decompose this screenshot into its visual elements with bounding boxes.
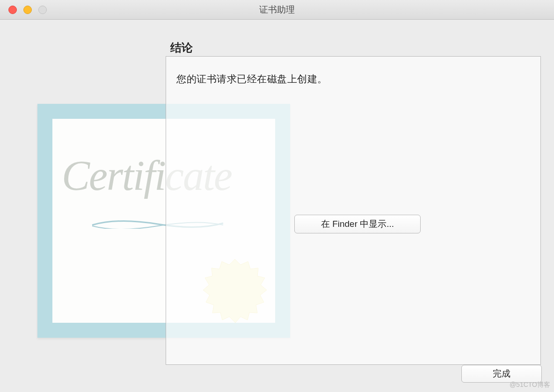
zoom-window-button-disabled — [38, 6, 47, 14]
window-title: 证书助理 — [0, 4, 554, 16]
main-panel: 您的证书请求已经在磁盘上创建。 在 Finder 中显示... — [166, 56, 541, 365]
done-button-label: 完成 — [493, 368, 510, 380]
watermark-text: @51CTO博客 — [510, 381, 550, 389]
traffic-lights — [0, 6, 47, 14]
close-window-button[interactable] — [8, 6, 17, 14]
show-in-finder-label: 在 Finder 中显示... — [321, 218, 394, 230]
done-button[interactable]: 完成 — [461, 365, 542, 383]
show-in-finder-button[interactable]: 在 Finder 中显示... — [294, 215, 421, 233]
minimize-window-button[interactable] — [23, 6, 32, 14]
section-heading: 结论 — [170, 40, 193, 55]
window-titlebar: 证书助理 — [0, 0, 554, 20]
status-message: 您的证书请求已经在磁盘上创建。 — [176, 73, 328, 86]
content-area: Certificate 结论 您的证书请求已经在磁盘上创建。 在 Finder … — [0, 20, 554, 392]
